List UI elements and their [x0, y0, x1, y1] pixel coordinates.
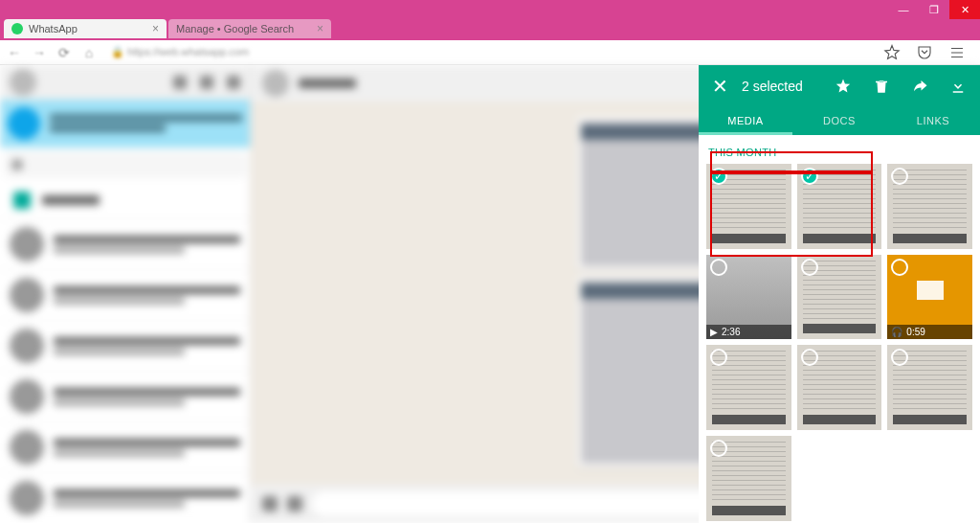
search-input[interactable] — [4, 151, 246, 178]
archive-icon — [13, 192, 31, 209]
contact-avatar[interactable] — [262, 70, 289, 97]
whatsapp-favicon — [11, 23, 23, 34]
browser-tabbar: WhatsApp × Manage • Google Search × — [0, 19, 980, 40]
chat-list-item[interactable] — [0, 371, 250, 421]
tab-title: WhatsApp — [29, 23, 78, 34]
selection-checkbox[interactable] — [710, 440, 727, 457]
window-minimize-button[interactable]: — — [888, 0, 919, 19]
new-chat-icon[interactable] — [200, 76, 213, 89]
star-icon[interactable] — [835, 78, 852, 95]
selection-checkbox[interactable] — [710, 349, 727, 366]
close-tab-icon[interactable]: × — [152, 22, 159, 35]
attach-icon[interactable] — [287, 496, 302, 512]
chat-avatar — [10, 430, 44, 465]
chat-list-item[interactable] — [0, 269, 250, 320]
back-icon[interactable]: ← — [6, 44, 23, 61]
chat-list-item[interactable] — [0, 320, 250, 371]
duration-badge: 🎧0:59 — [887, 325, 972, 339]
pocket-icon[interactable] — [915, 44, 934, 61]
tab-docs[interactable]: DOCS — [792, 107, 886, 135]
section-label: THIS MONTH — [706, 143, 972, 164]
browser-tab[interactable]: Manage • Google Search × — [168, 19, 331, 38]
duration-badge: ▶2:36 — [706, 325, 791, 339]
status-icon[interactable] — [173, 76, 187, 89]
chat-list-item[interactable] — [0, 218, 250, 269]
reload-icon[interactable]: ⟳ — [56, 44, 73, 61]
trash-icon[interactable] — [873, 78, 890, 95]
selection-checkbox[interactable] — [891, 349, 908, 366]
url-field[interactable]: 🔒 https://web.whatsapp.com — [105, 46, 875, 58]
selection-checkbox[interactable] — [710, 168, 727, 185]
selection-checkbox[interactable] — [710, 259, 727, 276]
selection-count: 2 selected — [742, 79, 821, 94]
archived-label — [42, 195, 100, 205]
media-thumbnail[interactable] — [797, 345, 882, 430]
window-maximize-button[interactable]: ❐ — [919, 0, 949, 19]
media-gallery-panel: ✕ 2 selected MEDIA DOCS LINKS THIS MONTH… — [699, 65, 980, 523]
media-thumbnail[interactable] — [887, 164, 972, 249]
chat-avatar — [10, 278, 44, 312]
tab-title: Manage • Google Search — [176, 23, 294, 34]
chat-list-header — [0, 65, 250, 100]
tab-media[interactable]: MEDIA — [699, 107, 792, 135]
media-thumbnail[interactable]: ▶2:36 — [706, 255, 791, 340]
browser-tab[interactable]: WhatsApp × — [4, 19, 167, 38]
media-thumbnail[interactable] — [706, 164, 791, 249]
media-thumbnail[interactable] — [887, 345, 972, 430]
chat-list-item[interactable] — [0, 421, 250, 472]
menu-icon[interactable] — [947, 44, 967, 61]
bell-icon — [8, 107, 40, 140]
media-thumbnail[interactable] — [706, 345, 791, 430]
chat-avatar — [10, 227, 44, 262]
emoji-icon[interactable] — [262, 496, 278, 512]
close-tab-icon[interactable]: × — [317, 22, 323, 35]
browser-addressbar: ← → ⟳ ⌂ 🔒 https://web.whatsapp.com — [0, 40, 980, 65]
archived-row[interactable] — [0, 182, 250, 218]
chat-avatar — [10, 481, 44, 515]
search-icon — [11, 159, 23, 171]
menu-dots-icon[interactable] — [227, 76, 240, 89]
notifications-banner[interactable] — [0, 100, 250, 148]
selection-checkbox[interactable] — [801, 349, 818, 366]
window-close-button[interactable]: ✕ — [949, 0, 980, 19]
media-thumbnail[interactable]: 🎧0:59 — [887, 255, 972, 340]
panel-header: ✕ 2 selected MEDIA DOCS LINKS — [699, 65, 980, 135]
selection-checkbox[interactable] — [801, 259, 818, 276]
media-thumbnail[interactable] — [797, 164, 882, 249]
media-thumbnail[interactable] — [706, 436, 791, 521]
media-thumbnail[interactable] — [797, 255, 882, 340]
profile-avatar[interactable] — [10, 69, 36, 96]
contact-name — [299, 79, 356, 88]
bookmark-star-icon[interactable] — [882, 44, 902, 61]
tab-links[interactable]: LINKS — [886, 107, 980, 135]
chat-avatar — [10, 379, 44, 414]
home-icon[interactable]: ⌂ — [80, 44, 98, 61]
chat-avatar — [10, 329, 44, 363]
forward-icon[interactable] — [911, 78, 928, 95]
media-gallery: THIS MONTH ▶2:36🎧0:59 — [699, 135, 980, 523]
download-icon[interactable] — [949, 78, 967, 95]
window-titlebar: — ❐ ✕ — [0, 0, 980, 19]
chat-list-item[interactable] — [0, 472, 250, 523]
selection-checkbox[interactable] — [891, 259, 908, 276]
chat-list-panel — [0, 65, 251, 523]
selection-checkbox[interactable] — [891, 168, 908, 185]
close-selection-icon[interactable]: ✕ — [712, 75, 728, 98]
selection-checkbox[interactable] — [801, 168, 818, 185]
forward-icon[interactable]: → — [31, 44, 48, 61]
